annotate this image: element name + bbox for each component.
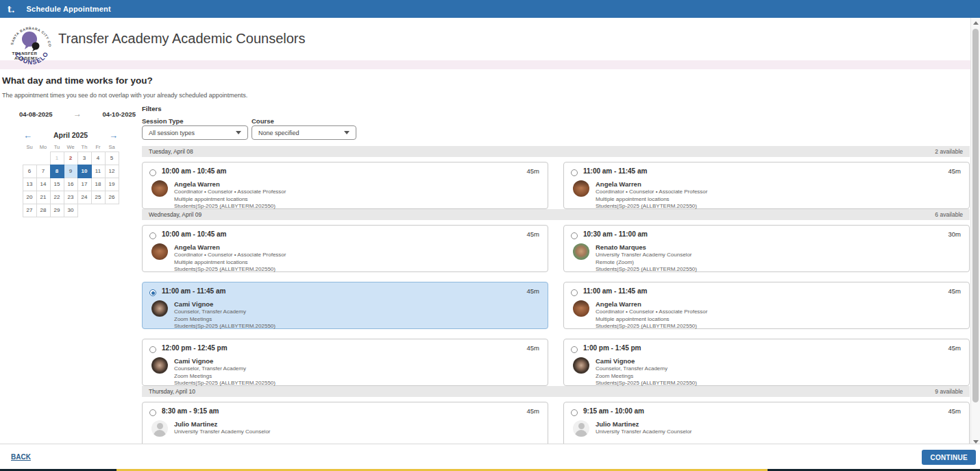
course-select[interactable]: None specified	[252, 125, 356, 140]
appointment-card[interactable]: 10:00 am - 10:45 am 45m Angela Warren Co…	[142, 162, 548, 209]
scroll-up-icon[interactable]	[973, 21, 979, 25]
slot-duration: 45m	[948, 167, 961, 175]
slot-radio[interactable]	[149, 409, 156, 416]
calendar-day[interactable]: 17	[77, 178, 92, 191]
calendar-day[interactable]: 11	[91, 165, 106, 178]
calendar-day[interactable]: 8	[50, 165, 64, 178]
calendar-day[interactable]: 9	[64, 165, 78, 178]
calendar-day[interactable]: 21	[36, 191, 51, 204]
slot-row: 10:00 am - 10:45 am 45m Angela Warren Co…	[142, 225, 970, 272]
appointment-card[interactable]: 10:30 am - 11:00 am 30m Renato Marques U…	[563, 225, 970, 272]
slot-radio[interactable]	[571, 346, 578, 353]
slot-time: 1:00 pm - 1:45 pm	[583, 344, 641, 352]
weekday-label: Sa	[105, 143, 119, 152]
appointment-card[interactable]: 11:00 am - 11:45 am 45m Angela Warren Co…	[563, 282, 970, 329]
calendar-day[interactable]: 25	[91, 191, 106, 204]
page-title: Transfer Academy Academic Counselors	[58, 31, 306, 47]
slot-role: Coordinator • Counselor • Associate Prof…	[174, 252, 286, 258]
calendar-day[interactable]: 18	[91, 178, 106, 191]
calendar-day[interactable]: 4	[91, 152, 106, 165]
calendar-day[interactable]: 12	[105, 165, 119, 178]
calendar-day[interactable]: 28	[36, 204, 51, 217]
appointment-card[interactable]: 9:15 am - 10:00 am 45m Julio Martinez Un…	[563, 402, 970, 444]
avatar	[573, 357, 589, 374]
appointment-card[interactable]: 10:00 am - 10:45 am 45m Angela Warren Co…	[142, 225, 548, 272]
slot-name: Cami Vignoe	[174, 300, 213, 308]
calendar-day[interactable]: 3	[77, 152, 92, 165]
app-logo-icon: t.	[8, 4, 15, 14]
calendar-day[interactable]: 14	[36, 178, 51, 191]
slot-radio[interactable]	[149, 289, 156, 296]
main-content: SANTA BARBARA CITY COLLEGE TRANSFER ACAD…	[0, 18, 970, 444]
session-type-select[interactable]: All session types	[142, 125, 248, 140]
calendar-empty-cell	[36, 152, 51, 165]
slot-name: Angela Warren	[174, 243, 220, 251]
day-availability: 9 available	[935, 388, 963, 395]
appointment-card[interactable]: 11:00 am - 11:45 am 45m Angela Warren Co…	[563, 162, 970, 209]
slot-time: 10:30 am - 11:00 am	[583, 230, 648, 238]
slot-duration: 45m	[527, 287, 539, 295]
appointment-card[interactable]: 1:00 pm - 1:45 pm 45m Cami Vignoe Counse…	[563, 339, 970, 386]
section-heading: What day and time works for you?	[2, 75, 153, 86]
days-list: Tuesday, April 08 2 available 10:00 am -…	[142, 146, 970, 444]
date-range: 04-08-2025 → 04-10-2025	[19, 109, 136, 119]
calendar-day[interactable]: 24	[77, 191, 92, 204]
calendar-day[interactable]: 26	[105, 191, 119, 204]
session-type-value: All session types	[149, 130, 195, 136]
slot-duration: 45m	[948, 287, 961, 295]
slot-time: 8:30 am - 9:15 am	[162, 407, 219, 415]
back-link[interactable]: BACK	[11, 453, 31, 461]
vertical-scrollbar[interactable]	[970, 18, 980, 447]
calendar-day[interactable]: 16	[64, 178, 78, 191]
slot-radio[interactable]	[571, 232, 578, 239]
calendar-day[interactable]: 1	[50, 152, 64, 165]
calendar-day[interactable]: 2	[64, 152, 78, 165]
slot-radio[interactable]	[149, 169, 156, 176]
calendar-day[interactable]: 27	[23, 204, 37, 217]
calendar-day[interactable]: 23	[64, 191, 78, 204]
calendar-day[interactable]: 19	[105, 178, 119, 191]
calendar-prev-icon[interactable]: ←	[23, 131, 32, 140]
slot-name: Cami Vignoe	[596, 357, 635, 365]
calendar-day[interactable]: 29	[50, 204, 64, 217]
calendar-day[interactable]: 13	[23, 178, 37, 191]
calendar-day[interactable]: 6	[23, 165, 37, 178]
slot-radio[interactable]	[571, 169, 578, 176]
appointment-card[interactable]: 8:30 am - 9:15 am 45m Julio Martinez Uni…	[142, 402, 548, 444]
scrollbar-thumb[interactable]	[972, 29, 979, 402]
slot-radio[interactable]	[149, 346, 156, 353]
slot-role: Coordinator • Counselor • Associate Prof…	[596, 189, 707, 195]
calendar-day[interactable]: 20	[23, 191, 37, 204]
calendar-day[interactable]: 10	[77, 165, 92, 178]
range-end-date[interactable]: 04-10-2025	[102, 110, 136, 118]
slot-duration: 45m	[948, 407, 961, 415]
slot-location: Multiple appointment locations	[596, 316, 670, 322]
slot-role: University Transfer Academy Counselor	[596, 428, 692, 435]
slot-radio[interactable]	[571, 289, 578, 296]
slot-radio[interactable]	[149, 232, 156, 239]
continue-button[interactable]: CONTINUE	[922, 450, 976, 465]
calendar-day[interactable]: 5	[105, 152, 119, 165]
slot-course: Students|Sp-2025 (ALLBYTERM.202550)	[596, 203, 697, 209]
chevron-down-icon	[236, 131, 241, 134]
calendar-day[interactable]: 7	[36, 165, 51, 178]
day-availability: 2 available	[935, 148, 963, 155]
course-label: Course	[252, 117, 274, 125]
slot-duration: 45m	[527, 167, 539, 175]
day-section: Tuesday, April 08 2 available 10:00 am -…	[142, 146, 970, 209]
slot-location: Remote (Zoom)	[596, 259, 634, 265]
slot-radio[interactable]	[571, 409, 578, 416]
appointment-card[interactable]: 11:00 am - 11:45 am 45m Cami Vignoe Coun…	[142, 282, 548, 329]
appointment-card[interactable]: 12:00 pm - 12:45 pm 45m Cami Vignoe Coun…	[142, 339, 548, 386]
slot-course: Students|Sp-2025 (ALLBYTERM.202550)	[174, 266, 275, 272]
calendar-day[interactable]: 30	[64, 204, 78, 217]
slot-course: Students|Sp-2025 (ALLBYTERM.202550)	[174, 323, 275, 329]
range-start-date[interactable]: 04-08-2025	[19, 110, 53, 118]
slot-row: 8:30 am - 9:15 am 45m Julio Martinez Uni…	[142, 402, 970, 444]
topbar-title: Schedule Appointment	[27, 5, 111, 13]
slot-role: Counselor, Transfer Academy	[174, 365, 246, 372]
calendar-day[interactable]: 22	[50, 191, 64, 204]
calendar-day[interactable]: 15	[50, 178, 64, 191]
calendar-next-icon[interactable]: →	[109, 131, 118, 140]
weekday-label: We	[64, 143, 77, 152]
